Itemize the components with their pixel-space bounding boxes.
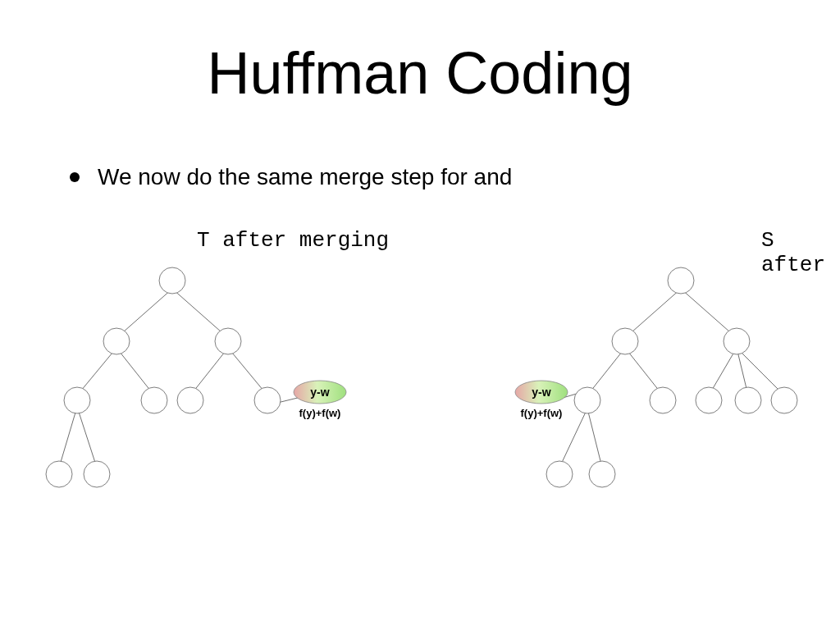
- tree-node: [159, 267, 185, 294]
- tree-node: [589, 461, 615, 487]
- svg-line-8: [77, 407, 97, 468]
- tree-node: [177, 387, 203, 413]
- tree-node: [724, 328, 750, 354]
- tree-t-svg: y-w f(y)+f(w): [57, 262, 451, 533]
- merged-node-s: y-w f(y)+f(w): [515, 381, 568, 419]
- tree-node: [574, 387, 600, 413]
- merged-node-freq: f(y)+f(w): [521, 407, 563, 419]
- svg-line-19: [587, 409, 602, 468]
- merged-node-freq: f(y)+f(w): [299, 407, 341, 419]
- slide-title: Huffman Coding: [0, 39, 840, 107]
- tree-node: [215, 328, 241, 354]
- bullet-dot-icon: [70, 172, 80, 182]
- tree-node: [650, 387, 676, 413]
- tree-node: [668, 267, 694, 294]
- tree-s-svg: y-w f(y)+f(w): [500, 262, 840, 533]
- tree-t: y-w f(y)+f(w): [57, 262, 451, 533]
- svg-line-10: [625, 289, 681, 338]
- svg-line-1: [172, 289, 228, 338]
- merged-node-t: y-w f(y)+f(w): [294, 381, 346, 419]
- bullet-text: We now do the same merge step for and: [98, 164, 512, 190]
- tree-s: y-w f(y)+f(w): [500, 262, 840, 533]
- merged-node-label: y-w: [532, 386, 550, 399]
- svg-line-11: [681, 289, 737, 338]
- tree-node: [64, 387, 90, 413]
- svg-line-7: [59, 407, 77, 468]
- tree-node: [771, 387, 797, 413]
- tree-node: [254, 387, 281, 413]
- bullet-item: We now do the same merge step for and: [70, 164, 512, 190]
- tree-node: [141, 387, 167, 413]
- tree-node: [84, 461, 110, 487]
- tree-node: [612, 328, 638, 354]
- tree-node: [46, 461, 72, 487]
- tree-t-caption: T after merging: [197, 228, 389, 253]
- merged-node-label: y-w: [310, 386, 329, 399]
- tree-node: [696, 387, 722, 413]
- tree-node: [103, 328, 130, 354]
- tree-node: [735, 387, 761, 413]
- tree-node: [546, 461, 573, 487]
- svg-line-0: [116, 289, 172, 338]
- svg-line-18: [559, 409, 587, 468]
